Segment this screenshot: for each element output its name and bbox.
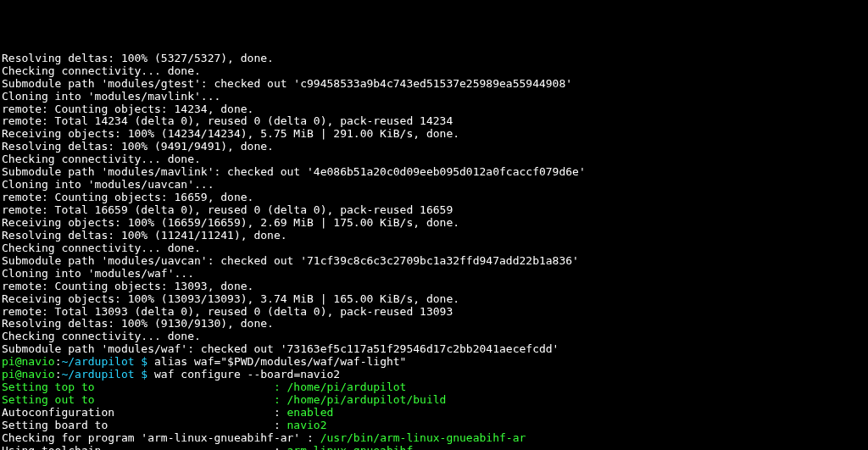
terminal-text: ~/ardupilot $	[61, 368, 147, 381]
terminal-line: remote: Counting objects: 13093, done.	[2, 281, 866, 293]
terminal-output[interactable]: Resolving deltas: 100% (5327/5327), done…	[2, 53, 866, 450]
terminal-text: remote: Total 16659 (delta 0), reused 0 …	[2, 203, 453, 216]
terminal-line: remote: Counting objects: 16659, done.	[2, 192, 866, 204]
terminal-line: remote: Total 13093 (delta 0), reused 0 …	[2, 306, 866, 319]
terminal-text: Checking connectivity... done.	[2, 330, 201, 342]
terminal-text: Submodule path 'modules/uavcan': checked…	[2, 254, 579, 267]
terminal-line: Submodule path 'modules/uavcan': checked…	[2, 255, 866, 268]
terminal-text: Cloning into 'modules/waf'...	[2, 267, 194, 280]
terminal-text: remote: Counting objects: 16659, done.	[2, 191, 253, 203]
terminal-text: Submodule path 'modules/mavlink': checke…	[2, 165, 586, 178]
terminal-text: Resolving deltas: 100% (5327/5327), done…	[2, 52, 274, 64]
terminal-line: Checking connectivity... done.	[2, 331, 866, 343]
terminal-text: pi@navio	[2, 355, 55, 368]
terminal-text: Receiving objects: 100% (14234/14234), 5…	[2, 127, 459, 140]
terminal-text: Cloning into 'modules/mavlink'...	[2, 90, 220, 103]
terminal-text: Resolving deltas: 100% (9491/9491), done…	[2, 140, 274, 153]
terminal-line: Resolving deltas: 100% (5327/5327), done…	[2, 53, 866, 65]
terminal-text: remote: Counting objects: 13093, done.	[2, 280, 253, 292]
terminal-line: Resolving deltas: 100% (9491/9491), done…	[2, 141, 866, 153]
terminal-text: Checking for program 'arm-linux-gnueabih…	[2, 431, 320, 444]
terminal-text: /home/pi/ardupilot/build	[287, 393, 447, 406]
terminal-text: remote: Total 14234 (delta 0), reused 0 …	[2, 114, 453, 127]
terminal-line: Receiving objects: 100% (16659/16659), 2…	[2, 217, 866, 230]
terminal-text: Checking connectivity... done.	[2, 242, 201, 254]
terminal-line: remote: Counting objects: 14234, done.	[2, 103, 866, 116]
terminal-line: Cloning into 'modules/mavlink'...	[2, 91, 866, 103]
terminal-text: Receiving objects: 100% (13093/13093), 3…	[2, 292, 459, 305]
terminal-text: Setting board to :	[2, 419, 287, 431]
terminal-text: remote: Counting objects: 14234, done.	[2, 103, 253, 115]
terminal-line: Checking for program 'arm-linux-gnueabih…	[2, 432, 866, 445]
terminal-text: Submodule path 'modules/gtest': checked …	[2, 77, 572, 90]
terminal-text: waf configure --board=navio2	[147, 368, 340, 381]
terminal-line: remote: Total 14234 (delta 0), reused 0 …	[2, 115, 866, 128]
terminal-text: ~/ardupilot $	[61, 355, 147, 368]
terminal-text: Checking connectivity... done.	[2, 153, 201, 165]
terminal-line: Receiving objects: 100% (14234/14234), 5…	[2, 128, 866, 141]
terminal-line: Resolving deltas: 100% (9130/9130), done…	[2, 318, 866, 331]
terminal-line: Receiving objects: 100% (13093/13093), 3…	[2, 293, 866, 306]
terminal-line: Resolving deltas: 100% (11241/11241), do…	[2, 230, 866, 242]
terminal-text: enabled	[287, 406, 334, 419]
terminal-line: Checking connectivity... done.	[2, 153, 866, 166]
terminal-text: alias waf="$PWD/modules/waf/waf-light"	[147, 355, 406, 368]
terminal-text: arm-linux-gnueabihf	[287, 444, 414, 450]
terminal-line: Cloning into 'modules/uavcan'...	[2, 179, 866, 192]
terminal-line: Using toolchain : arm-linux-gnueabihf	[2, 445, 866, 450]
terminal-line: Checking connectivity... done.	[2, 242, 866, 255]
terminal-line: Setting board to : navio2	[2, 419, 866, 432]
terminal-line: Checking connectivity... done.	[2, 65, 866, 78]
terminal-text: Setting out to :	[2, 393, 287, 406]
terminal-line: pi@navio:~/ardupilot $ waf configure --b…	[2, 369, 866, 381]
terminal-text: /home/pi/ardupilot	[287, 381, 407, 393]
terminal-text: Receiving objects: 100% (16659/16659), 2…	[2, 216, 459, 229]
terminal-text: Cloning into 'modules/uavcan'...	[2, 178, 214, 191]
terminal-text: navio2	[287, 419, 327, 431]
terminal-text: Submodule path 'modules/waf': checked ou…	[2, 342, 559, 355]
terminal-line: Submodule path 'modules/gtest': checked …	[2, 78, 866, 91]
terminal-text: Using toolchain :	[2, 444, 287, 450]
terminal-line: pi@navio:~/ardupilot $ alias waf="$PWD/m…	[2, 356, 866, 369]
terminal-line: Submodule path 'modules/mavlink': checke…	[2, 166, 866, 179]
terminal-text: Resolving deltas: 100% (11241/11241), do…	[2, 229, 287, 242]
terminal-text: Autoconfiguration :	[2, 406, 287, 419]
terminal-line: Cloning into 'modules/waf'...	[2, 268, 866, 281]
terminal-text: remote: Total 13093 (delta 0), reused 0 …	[2, 305, 453, 318]
terminal-line: Autoconfiguration : enabled	[2, 407, 866, 419]
terminal-line: Setting top to : /home/pi/ardupilot	[2, 381, 866, 394]
terminal-text: Setting top to :	[2, 381, 287, 393]
terminal-line: remote: Total 16659 (delta 0), reused 0 …	[2, 204, 866, 217]
terminal-text: Checking connectivity... done.	[2, 64, 201, 77]
terminal-line: Submodule path 'modules/waf': checked ou…	[2, 343, 866, 356]
terminal-text: pi@navio	[2, 368, 55, 381]
terminal-line: Setting out to : /home/pi/ardupilot/buil…	[2, 394, 866, 407]
terminal-text: Resolving deltas: 100% (9130/9130), done…	[2, 317, 274, 330]
terminal-text: /usr/bin/arm-linux-gnueabihf-ar	[320, 431, 526, 444]
